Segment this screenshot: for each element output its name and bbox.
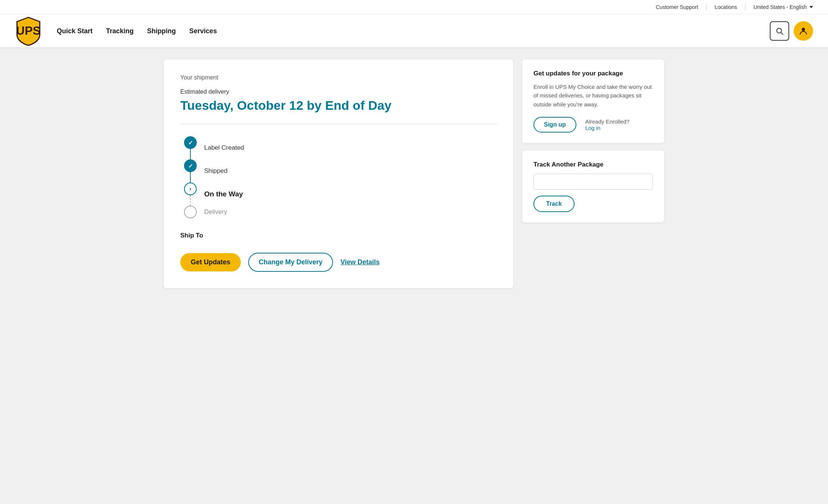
nav-actions — [770, 21, 813, 41]
track-another-card: Track Another Package Track — [522, 150, 664, 223]
track-button[interactable]: Track — [533, 196, 575, 212]
view-details-button[interactable]: View Details — [340, 258, 380, 266]
step-indicator-3: › — [184, 183, 197, 206]
connector-3 — [190, 195, 191, 206]
check-icon-2: ✓ — [188, 162, 193, 169]
track-button-container: Track — [533, 196, 653, 212]
logo-container[interactable]: UPS — [15, 16, 42, 46]
step-label-created: ✓ Label Created — [184, 136, 497, 159]
step-shipped: ✓ Shipped — [184, 159, 497, 183]
step-on-the-way: › On the Way — [184, 183, 497, 206]
svg-point-3 — [802, 28, 805, 31]
step-label-3: On the Way — [204, 190, 243, 198]
step-delivery: Delivery — [184, 206, 497, 218]
step-indicator-4 — [184, 206, 197, 218]
check-icon-1: ✓ — [188, 139, 193, 146]
nav-links: Quick Start Tracking Shipping Services — [57, 27, 770, 35]
main-nav: UPS Quick Start Tracking Shipping Servic… — [0, 15, 828, 48]
step-indicator-2: ✓ — [184, 159, 197, 183]
get-updates-card: Get updates for your package Enroll in U… — [522, 59, 664, 143]
nav-shipping[interactable]: Shipping — [147, 27, 176, 35]
already-enrolled-text: Already Enrolled? Log in — [585, 118, 629, 131]
sidebar: Get updates for your package Enroll in U… — [522, 59, 664, 223]
search-icon — [775, 27, 784, 35]
shipment-label: Your shipment — [180, 74, 497, 81]
user-icon — [799, 26, 808, 36]
user-account-button[interactable] — [794, 21, 813, 41]
get-updates-body: Enroll in UPS My Choice and take the wor… — [533, 83, 653, 109]
arrow-icon: › — [189, 186, 191, 192]
track-input[interactable] — [533, 174, 653, 190]
step-indicator-1: ✓ — [184, 136, 197, 159]
track-another-title: Track Another Package — [533, 161, 653, 168]
change-delivery-button[interactable]: Change My Delivery — [248, 253, 333, 272]
connector-2 — [190, 172, 191, 183]
svg-line-2 — [781, 32, 783, 34]
chevron-down-icon — [809, 6, 813, 8]
page-content: Your shipment Estimated delivery Tuesday… — [153, 59, 675, 288]
locale-selector[interactable]: United States - English — [754, 4, 813, 10]
step-label-1: Label Created — [204, 144, 244, 152]
ship-to-label: Ship To — [180, 232, 203, 239]
action-buttons: Get Updates Change My Delivery View Deta… — [180, 253, 497, 272]
top-bar: Customer Support | Locations | United St… — [0, 0, 828, 15]
nav-services[interactable]: Services — [189, 27, 217, 35]
ups-logo: UPS — [15, 16, 42, 46]
nav-tracking[interactable]: Tracking — [106, 27, 134, 35]
nav-quick-start[interactable]: Quick Start — [57, 27, 93, 35]
connector-1 — [190, 149, 191, 159]
ship-to-section: Ship To — [180, 232, 497, 239]
search-button[interactable] — [770, 21, 789, 41]
step-circle-2: ✓ — [184, 159, 197, 172]
customer-support-link[interactable]: Customer Support — [656, 4, 698, 10]
step-circle-1: ✓ — [184, 136, 197, 149]
divider — [180, 124, 497, 124]
step-label-4: Delivery — [204, 208, 227, 216]
separator-1: | — [706, 4, 707, 10]
step-label-2: Shipped — [204, 167, 227, 175]
separator-2: | — [744, 4, 746, 10]
signup-button[interactable]: Sign up — [533, 117, 576, 133]
svg-text:UPS: UPS — [16, 24, 41, 37]
get-updates-title: Get updates for your package — [533, 70, 653, 77]
step-circle-3: › — [184, 183, 197, 195]
locale-label: United States - English — [754, 4, 807, 10]
login-link[interactable]: Log in — [585, 125, 601, 131]
tracking-card: Your shipment Estimated delivery Tuesday… — [164, 59, 513, 288]
get-updates-button[interactable]: Get Updates — [180, 253, 241, 271]
get-updates-actions: Sign up Already Enrolled? Log in — [533, 117, 653, 133]
est-delivery-date: Tuesday, October 12 by End of Day — [180, 98, 497, 113]
step-circle-4 — [184, 206, 197, 218]
est-delivery-label: Estimated delivery — [180, 88, 497, 95]
locations-link[interactable]: Locations — [715, 4, 737, 10]
progress-steps: ✓ Label Created ✓ Shipped — [180, 136, 497, 218]
